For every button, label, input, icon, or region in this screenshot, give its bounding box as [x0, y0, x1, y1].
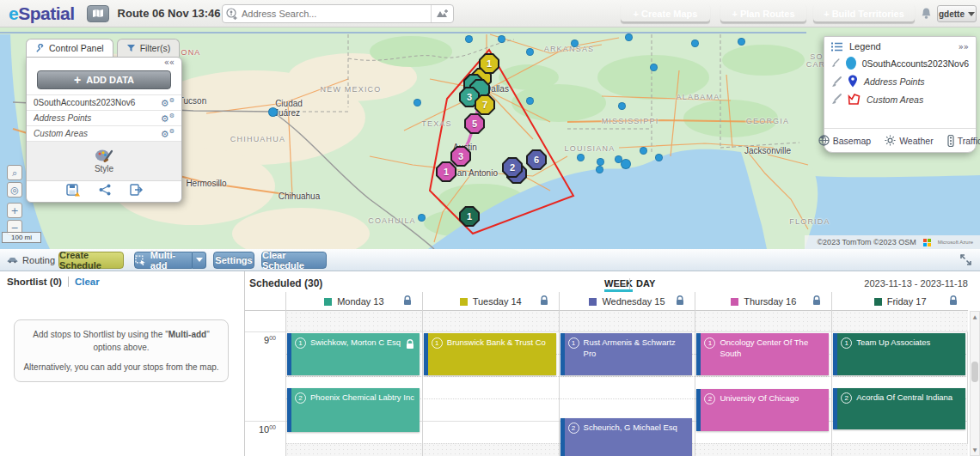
expand-panel-icon[interactable]	[960, 253, 971, 269]
day-lock	[676, 295, 684, 307]
schedule-scrollbar[interactable]: ▲ ▼	[970, 311, 980, 456]
layer-row[interactable]: Custom Areas⚙⚙	[27, 125, 181, 141]
settings-button[interactable]: Settings	[213, 252, 254, 269]
stop-title: Acordia Of Central Indiana	[856, 392, 952, 404]
account-dot[interactable]	[625, 33, 633, 41]
chevron-down-icon	[968, 12, 975, 16]
legend-collapse-icon[interactable]: »»	[959, 42, 969, 52]
lock-icon[interactable]	[812, 295, 821, 306]
clear-schedule-button[interactable]: Clear Schedule	[261, 252, 327, 269]
day-label: Monday 13	[337, 296, 383, 307]
layer-row[interactable]: Address Points⚙⚙	[27, 110, 181, 125]
stop-number-badge: 2	[704, 393, 715, 404]
account-dot[interactable]	[597, 158, 604, 166]
account-dot[interactable]	[738, 38, 745, 46]
schedule-event[interactable]: 1Team Up Associates	[833, 333, 965, 375]
gear-icon[interactable]: ⚙⚙	[161, 98, 175, 108]
map-select-button[interactable]	[87, 5, 109, 22]
account-dot[interactable]	[526, 97, 534, 105]
account-dot[interactable]	[571, 40, 579, 47]
route-stop-number: 1	[481, 55, 498, 72]
lock-icon[interactable]	[540, 295, 548, 306]
layer-row[interactable]: 0SouthAccounts2023Nov6⚙⚙	[27, 94, 181, 110]
lock-icon[interactable]	[406, 339, 414, 350]
add-data-button[interactable]: + ADD DATA	[37, 70, 171, 89]
schedule-event[interactable]: 1Oncology Center Of The South	[696, 333, 829, 375]
account-dot[interactable]	[621, 159, 631, 169]
schedule-event[interactable]: 2Scheurich, G Michael Esq	[560, 418, 693, 456]
scroll-down-icon[interactable]: ▼	[971, 446, 979, 454]
account-dot[interactable]	[596, 166, 603, 173]
schedule-event[interactable]: 1Brunswick Bank & Trust Co	[424, 333, 556, 375]
gear-icon[interactable]: ⚙⚙	[161, 113, 175, 124]
legend-item[interactable]: Custom Areas	[824, 91, 976, 107]
multi-add-dropdown[interactable]	[193, 252, 206, 269]
zoom-selection-button[interactable]: ⌕	[7, 165, 22, 180]
day-header: Monday 13	[285, 292, 422, 311]
locate-button[interactable]: ◎	[7, 182, 22, 198]
account-dot[interactable]	[498, 35, 505, 43]
account-dot[interactable]	[268, 107, 278, 117]
notifications-bell-icon[interactable]	[920, 7, 933, 24]
layer-label[interactable]: 0SouthAccounts2023Nov6	[34, 98, 161, 107]
account-dot[interactable]	[650, 64, 658, 71]
shortlist-clear-link[interactable]: Clear	[75, 277, 100, 287]
plan-routes-button[interactable]: + Plan Routes	[720, 4, 806, 23]
style-button[interactable]: Style	[27, 141, 181, 180]
schedule-event[interactable]: 2Acordia Of Central Indiana	[833, 388, 965, 429]
schedule-event[interactable]: 1Swichkow, Morton C Esq	[287, 333, 420, 375]
map-label: LOUISIANA	[565, 144, 616, 153]
traffic-button[interactable]: Traffic	[940, 135, 980, 147]
create-maps-button[interactable]: + Create Maps	[621, 4, 710, 23]
lock-icon[interactable]	[676, 295, 684, 306]
tab-filters[interactable]: Filter(s)	[117, 39, 181, 57]
build-territories-button[interactable]: + Build Territories	[813, 4, 915, 23]
save-icon[interactable]	[66, 184, 80, 200]
basemap-button[interactable]: Basemap	[812, 135, 878, 146]
search-input[interactable]	[242, 9, 431, 19]
shortlist-title: Shortlist (0)	[7, 277, 62, 287]
brush-icon[interactable]	[831, 58, 840, 69]
legend-item[interactable]: 0SouthAccounts2023Nov6	[824, 54, 976, 72]
map-canvas[interactable]: ONANEW MEXICOTucsonCiudadJuárezCHIHUAHUA…	[0, 27, 980, 249]
user-menu[interactable]: gdette	[937, 5, 977, 22]
scroll-up-icon[interactable]: ▲	[971, 313, 979, 321]
tab-label: Control Panel	[49, 43, 104, 53]
lock-icon[interactable]	[403, 295, 412, 306]
legend-item[interactable]: Address Points	[824, 72, 976, 91]
account-dot[interactable]	[640, 147, 647, 155]
panel-collapse-icon[interactable]: ««	[27, 58, 181, 69]
share-icon[interactable]	[99, 184, 111, 199]
create-schedule-button[interactable]: Create Schedule	[58, 252, 124, 269]
route-stop-number: 5	[466, 115, 483, 132]
layer-label[interactable]: Custom Areas	[34, 129, 161, 138]
weather-label: Weather	[899, 136, 934, 146]
export-icon[interactable]	[130, 184, 143, 199]
view-day-tab[interactable]: DAY	[636, 278, 655, 289]
account-dot[interactable]	[655, 154, 663, 161]
zoom-in-button[interactable]: +	[7, 203, 22, 218]
schedule-event[interactable]: 2University Of Chicago	[696, 389, 829, 431]
account-dot[interactable]	[691, 40, 699, 47]
layer-label[interactable]: Address Points	[34, 113, 161, 123]
gear-icon[interactable]: ⚙⚙	[161, 129, 175, 139]
lock-icon[interactable]	[949, 295, 958, 306]
routing-panel: Shortlist (0) Clear Add stops to Shortli…	[0, 271, 980, 456]
account-dot[interactable]	[413, 99, 421, 106]
tab-control-panel[interactable]: Control Panel	[26, 39, 113, 57]
account-dot[interactable]	[618, 102, 626, 110]
brush-icon[interactable]	[831, 94, 842, 105]
account-dot[interactable]	[577, 154, 585, 161]
add-pin-icon[interactable]	[223, 8, 242, 21]
scroll-thumb[interactable]	[971, 362, 978, 382]
multi-add-button[interactable]: Multi-add	[134, 252, 193, 269]
account-dot[interactable]	[526, 48, 534, 56]
schedule-event[interactable]: 1Rust Armenis & Schwartz Pro	[560, 333, 693, 375]
brush-icon[interactable]	[831, 76, 842, 88]
account-dot[interactable]	[418, 214, 426, 222]
schedule-event[interactable]: 2Phoenix Chemical Labtry Inc	[287, 388, 420, 432]
tab-label: Filter(s)	[140, 43, 171, 53]
account-dot[interactable]	[465, 35, 473, 43]
territory-search-icon[interactable]	[431, 5, 453, 22]
weather-button[interactable]: Weather	[878, 135, 940, 146]
